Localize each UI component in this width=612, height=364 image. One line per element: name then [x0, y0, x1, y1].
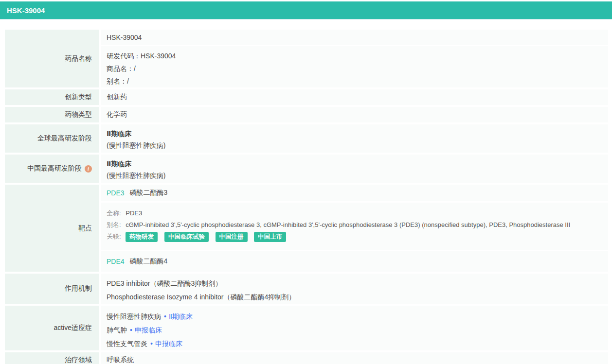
mechanism-item: PDE3 inhibitor（磷酸二酯酶3抑制剂）	[107, 277, 608, 290]
active-indications-value: 慢性阻塞性肺疾病•Ⅱ期临床 肺气肿•申报临床 慢性支气管炎•申报临床	[101, 306, 608, 350]
indication-item: 肺气肿•申报临床	[107, 323, 608, 337]
global-stage-indication: (慢性阻塞性肺疾病)	[107, 139, 608, 151]
row-label-drug-type: 药物类型	[5, 107, 99, 122]
indication-item: 慢性阻塞性肺疾病•Ⅱ期临床	[107, 310, 608, 323]
mechanism-item: Phosphodiesterase Isozyme 4 inhibitor（磷酸…	[107, 290, 608, 304]
target-relation-line: 关联: 药物研发 中国临床试验 中国注册 中国上市	[107, 231, 608, 243]
row-mechanism: 作用机制 PDE3 inhibitor（磷酸二酯酶3抑制剂） Phosphodi…	[5, 274, 608, 304]
china-stage-indication: (慢性阻塞性肺疾病)	[107, 170, 608, 181]
target-pde4-line: PDE4 磷酸二酯酶4	[101, 251, 608, 272]
row-label-active-indications: active适应症	[5, 306, 99, 350]
row-label-mechanism: 作用机制	[5, 274, 99, 304]
indication-status-link[interactable]: Ⅱ期临床	[169, 312, 193, 320]
page-header: HSK-39004	[0, 1, 612, 20]
field-trade-name: 商品名：/	[107, 62, 608, 75]
indication-status-link[interactable]: 申报临床	[135, 326, 162, 334]
therapeutic-area-value: 呼吸系统	[101, 352, 608, 364]
indication-item: 慢性支气管炎•申报临床	[107, 337, 608, 350]
row-therapeutic-area: 治疗领域 呼吸系统	[5, 352, 608, 364]
global-stage-phase: Ⅱ期临床	[107, 128, 608, 139]
indication-status-link[interactable]: 申报临床	[155, 340, 182, 347]
row-china-stage: 中国最高研发阶段 i Ⅱ期临床 (慢性阻塞性肺疾病)	[5, 155, 608, 183]
row-label-innovation-type: 创新类型	[5, 89, 99, 105]
indication-disease: 慢性阻塞性肺疾病	[107, 312, 161, 320]
target-detail-block: 全称: PDE3 别名: cGMP-inhibited 3',5'-cyclic…	[101, 203, 608, 250]
target-alias-line: 别名: cGMP-inhibited 3',5'-cyclic phosphod…	[107, 219, 608, 231]
row-active-indications: active适应症 慢性阻塞性肺疾病•Ⅱ期临床 肺气肿•申报临床 慢性支气管炎•…	[5, 306, 608, 350]
row-label-therapeutic-area: 治疗领域	[5, 352, 99, 364]
row-drug-type: 药物类型 化学药	[5, 107, 608, 122]
info-icon[interactable]: i	[85, 165, 92, 173]
row-label-global-stage: 全球最高研发阶段	[5, 124, 99, 153]
page-title: HSK-39004	[7, 6, 45, 15]
china-stage-value: Ⅱ期临床 (慢性阻塞性肺疾病)	[101, 155, 608, 183]
global-stage-value: Ⅱ期临床 (慢性阻塞性肺疾病)	[101, 124, 608, 153]
bullet-separator: •	[130, 326, 132, 334]
row-innovation-type: 创新类型 创新药	[5, 89, 608, 105]
innovation-type-value: 创新药	[101, 89, 608, 105]
drug-info-table: 药品名称 HSK-39004 研发代码：HSK-39004 商品名：/ 别名：/…	[5, 30, 608, 364]
field-alias: 别名：/	[107, 75, 608, 87]
row-label-china-stage: 中国最高研发阶段 i	[5, 155, 99, 183]
target-link-pde3[interactable]: PDE3	[107, 189, 125, 197]
relation-tag-drug-rd[interactable]: 药物研发	[126, 232, 158, 242]
target-pde3-line: PDE3 磷酸二酯酶3	[101, 185, 608, 201]
relation-tag-cn-clinical-trials[interactable]: 中国临床试验	[164, 232, 209, 242]
relation-tag-cn-registration[interactable]: 中国注册	[216, 232, 248, 242]
indication-disease: 肺气肿	[107, 326, 127, 334]
drug-name-fields: 研发代码：HSK-39004 商品名：/ 别名：/	[101, 46, 608, 87]
row-label-target: 靶点	[5, 185, 99, 272]
target-link-pde4[interactable]: PDE4	[107, 258, 125, 265]
indication-disease: 慢性支气管炎	[107, 340, 147, 347]
bullet-separator: •	[150, 340, 153, 347]
drug-primary-name: HSK-39004	[101, 30, 608, 45]
row-label-drug-name: 药品名称	[5, 30, 99, 87]
field-rd-code: 研发代码：HSK-39004	[107, 50, 608, 62]
row-target: 靶点 PDE3 磷酸二酯酶3 全称: PDE3 别名: cGMP-inhibit…	[5, 185, 608, 272]
relation-tag-cn-marketed[interactable]: 中国上市	[254, 232, 286, 242]
row-drug-name: 药品名称 HSK-39004 研发代码：HSK-39004 商品名：/ 别名：/	[5, 30, 608, 87]
target-name-pde3: 磷酸二酯酶3	[130, 189, 168, 197]
bullet-separator: •	[164, 312, 166, 320]
mechanism-value: PDE3 inhibitor（磷酸二酯酶3抑制剂） Phosphodiester…	[101, 274, 608, 304]
china-stage-phase: Ⅱ期临床	[107, 158, 608, 170]
target-name-pde4: 磷酸二酯酶4	[130, 257, 168, 266]
row-global-stage: 全球最高研发阶段 Ⅱ期临床 (慢性阻塞性肺疾病)	[5, 124, 608, 153]
target-full-name-line: 全称: PDE3	[107, 208, 608, 219]
drug-type-value: 化学药	[101, 107, 608, 122]
